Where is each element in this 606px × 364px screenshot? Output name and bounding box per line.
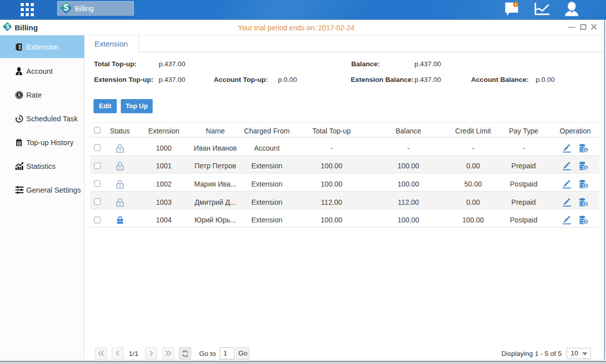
- svg-text:!: !: [515, 2, 517, 7]
- svg-text:$: $: [18, 92, 21, 98]
